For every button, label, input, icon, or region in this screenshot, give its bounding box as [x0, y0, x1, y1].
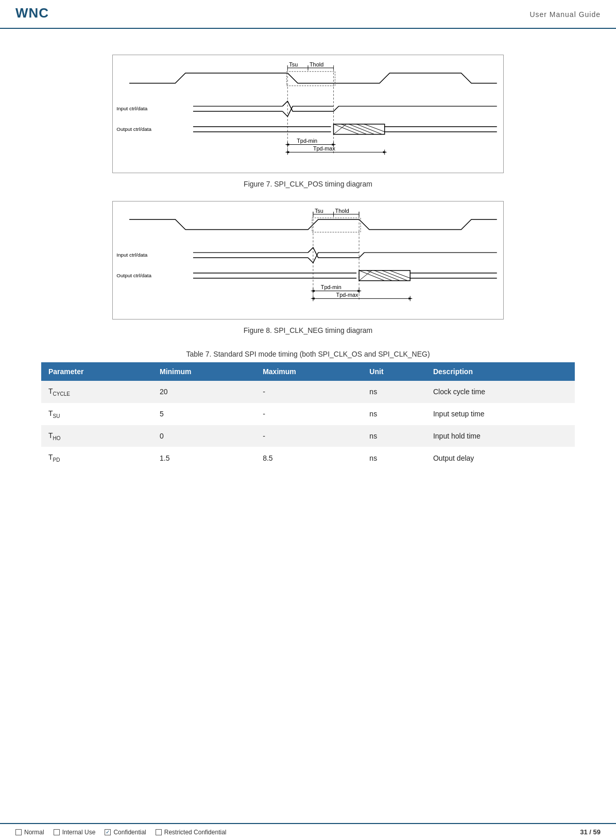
min-tpd: 1.5: [152, 447, 255, 469]
param-tho: THO: [41, 425, 152, 447]
svg-rect-43: [359, 271, 410, 281]
svg-text:Thold: Thold: [310, 61, 323, 68]
label-normal: Normal: [24, 829, 44, 836]
max-tcycle: -: [255, 381, 362, 403]
label-restricted: Restricted Confidential: [164, 829, 227, 836]
footer-confidential: ✓ Confidential: [105, 829, 146, 836]
page-number: 31 / 59: [580, 828, 601, 836]
table-row: TCYCLE 20 - ns Clock cycle time: [41, 381, 575, 403]
svg-text:WNC: WNC: [15, 5, 49, 21]
unit-tsu: ns: [362, 403, 426, 425]
checkbox-normal: [15, 829, 22, 835]
figure-7-diagram: Tsu Thold Input ctrl/data Output ctrl/da…: [112, 55, 504, 173]
footer-classification: Normal Internal Use ✓ Confidential Restr…: [15, 829, 226, 836]
page-footer: Normal Internal Use ✓ Confidential Restr…: [0, 823, 616, 840]
footer-internal-use: Internal Use: [54, 829, 96, 836]
svg-line-48: [390, 271, 410, 278]
company-logo: WNC: [15, 5, 57, 24]
min-tcycle: 20: [152, 381, 255, 403]
svg-marker-60: [408, 297, 413, 299]
svg-line-44: [359, 271, 385, 281]
svg-line-46: [374, 271, 400, 281]
desc-tho: Input hold time: [426, 425, 575, 447]
max-tpd: 8.5: [255, 447, 362, 469]
svg-rect-31: [286, 72, 335, 86]
svg-line-45: [367, 271, 392, 281]
checkbox-restricted: [156, 829, 162, 835]
table-row: TSU 5 - ns Input setup time: [41, 403, 575, 425]
table-header-row: Parameter Minimum Maximum Unit Descripti…: [41, 362, 575, 381]
svg-marker-22: [285, 143, 289, 145]
svg-line-15: [349, 124, 374, 135]
table-title: Table 7. Standard SPI mode timing (both …: [41, 350, 575, 358]
svg-line-18: [334, 124, 347, 135]
svg-marker-53: [311, 290, 315, 292]
param-tsu: TSU: [41, 403, 152, 425]
param-tcycle: TCYCLE: [41, 381, 152, 403]
unit-tcycle: ns: [362, 381, 426, 403]
figure-7-caption: Figure 7. SPI_CLK_POS timing diagram: [41, 180, 575, 188]
svg-marker-59: [311, 297, 315, 299]
max-tsu: -: [255, 403, 362, 425]
page-header: WNC User Manual Guide: [0, 0, 616, 29]
svg-marker-28: [285, 151, 289, 153]
svg-marker-29: [383, 151, 387, 153]
label-confidential: Confidential: [113, 829, 146, 836]
svg-line-13: [334, 124, 360, 135]
svg-text:Tsu: Tsu: [315, 208, 323, 214]
svg-text:Input ctrl/data: Input ctrl/data: [116, 106, 148, 111]
svg-text:Thold: Thold: [335, 208, 349, 214]
svg-text:Tpd-max: Tpd-max: [336, 292, 359, 298]
col-header-parameter: Parameter: [41, 362, 152, 381]
svg-text:Output ctrl/data: Output ctrl/data: [116, 126, 151, 132]
label-internal-use: Internal Use: [62, 829, 96, 836]
col-header-minimum: Minimum: [152, 362, 255, 381]
svg-rect-12: [334, 124, 385, 135]
unit-tho: ns: [362, 425, 426, 447]
svg-text:Tpd-min: Tpd-min: [297, 138, 317, 144]
min-tsu: 5: [152, 403, 255, 425]
desc-tpd: Output delay: [426, 447, 575, 469]
svg-text:Output ctrl/data: Output ctrl/data: [116, 273, 151, 278]
document-title: User Manual Guide: [529, 10, 601, 19]
param-tpd: TPD: [41, 447, 152, 469]
main-content: Tsu Thold Input ctrl/data Output ctrl/da…: [0, 29, 616, 510]
col-header-description: Description: [426, 362, 575, 381]
min-tho: 0: [152, 425, 255, 447]
col-header-unit: Unit: [362, 362, 426, 381]
table-row: THO 0 - ns Input hold time: [41, 425, 575, 447]
figure-8-container: Tsu Thold Input ctrl/data Output ctrl/da…: [41, 201, 575, 334]
figure-7-container: Tsu Thold Input ctrl/data Output ctrl/da…: [41, 55, 575, 188]
checkbox-internal-use: [54, 829, 60, 835]
figure-8-diagram: Tsu Thold Input ctrl/data Output ctrl/da…: [112, 201, 504, 320]
svg-text:Tsu: Tsu: [289, 61, 298, 68]
svg-line-17: [364, 124, 385, 132]
unit-tpd: ns: [362, 447, 426, 469]
max-tho: -: [255, 425, 362, 447]
desc-tsu: Input setup time: [426, 403, 575, 425]
table-row: TPD 1.5 8.5 ns Output delay: [41, 447, 575, 469]
svg-text:Input ctrl/data: Input ctrl/data: [116, 252, 148, 258]
svg-text:Tpd-min: Tpd-min: [321, 284, 341, 291]
checkbox-confidential: ✓: [105, 829, 111, 835]
col-header-maximum: Maximum: [255, 362, 362, 381]
footer-normal: Normal: [15, 829, 44, 836]
timing-table: Parameter Minimum Maximum Unit Descripti…: [41, 362, 575, 469]
svg-line-14: [341, 124, 367, 135]
footer-restricted: Restricted Confidential: [156, 829, 227, 836]
desc-tcycle: Clock cycle time: [426, 381, 575, 403]
svg-rect-62: [312, 218, 361, 232]
svg-text:Tpd-max: Tpd-max: [313, 145, 336, 152]
svg-line-49: [359, 271, 372, 281]
figure-8-caption: Figure 8. SPI_CLK_NEG timing diagram: [41, 326, 575, 334]
